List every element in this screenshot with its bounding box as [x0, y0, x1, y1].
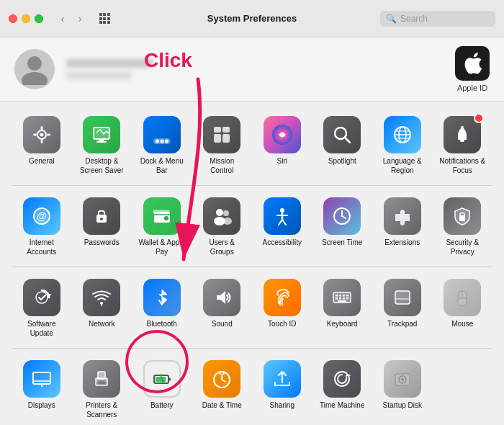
svg-rect-8 — [47, 134, 50, 136]
search-box[interactable]: 🔍 — [380, 11, 495, 27]
svg-rect-63 — [395, 291, 410, 304]
minimize-button[interactable] — [22, 14, 30, 23]
pref-item-network[interactable]: Network — [72, 273, 132, 342]
desktop-label: Desktop & Screen Saver — [77, 156, 126, 175]
pref-item-trackpad[interactable]: Trackpad — [372, 273, 433, 342]
svg-rect-29 — [460, 140, 464, 142]
avatar[interactable] — [14, 49, 55, 89]
startup-label: Startup Disk — [383, 401, 422, 410]
svg-point-34 — [100, 218, 103, 220]
language-label: Language & Region — [378, 156, 427, 175]
pref-item-battery[interactable]: Battery — [132, 354, 192, 424]
svg-rect-72 — [98, 372, 105, 379]
pref-item-keyboard[interactable]: Keyboard — [312, 273, 373, 342]
svg-rect-7 — [33, 134, 37, 136]
pref-item-datetime[interactable]: Date & Time — [192, 354, 253, 424]
pref-item-bluetooth[interactable]: Bluetooth — [132, 273, 192, 342]
pref-item-sound[interactable]: Sound — [192, 273, 253, 342]
pref-item-language[interactable]: Language & Region — [372, 110, 433, 179]
pref-item-extensions[interactable]: Extensions — [372, 192, 433, 261]
apple-id-button[interactable]: Apple ID — [455, 46, 490, 92]
startup-icon — [384, 360, 421, 398]
pref-item-software[interactable]: Software Update — [12, 273, 72, 342]
svg-rect-74 — [98, 380, 105, 384]
svg-rect-36 — [153, 210, 169, 213]
mouse-icon — [444, 279, 481, 316]
pref-item-siri[interactable]: Siri — [252, 110, 312, 179]
svg-rect-67 — [33, 372, 50, 384]
internet-label: Internet Accounts — [17, 238, 66, 256]
zoom-button[interactable] — [35, 14, 43, 23]
pref-item-security[interactable]: Security & Privacy — [433, 192, 493, 261]
grid-icon — [99, 13, 110, 24]
svg-rect-14 — [156, 140, 159, 143]
bluetooth-icon — [143, 279, 181, 316]
pref-item-mission[interactable]: Mission Control — [192, 110, 253, 179]
svg-point-4 — [40, 133, 43, 137]
pref-item-sharing[interactable]: Sharing — [252, 354, 312, 424]
pref-item-screentime[interactable]: Screen Time — [312, 192, 373, 261]
dock-icon — [143, 116, 181, 153]
forward-button[interactable]: › — [72, 11, 88, 27]
pref-item-desktop[interactable]: Desktop & Screen Saver — [72, 110, 132, 179]
pref-item-accessibility[interactable]: Accessibility — [252, 192, 312, 261]
general-label: General — [29, 156, 55, 166]
pref-item-notifications[interactable]: Notifications & Focus — [433, 110, 493, 179]
extensions-label: Extensions — [384, 238, 420, 247]
pref-item-displays[interactable]: Displays — [12, 354, 72, 424]
notification-badge — [474, 113, 484, 123]
pref-item-passwords[interactable]: Passwords — [72, 192, 132, 261]
preferences-grid: General Desktop & Screen Saver Dock & Me… — [0, 102, 504, 425]
pref-item-touchid[interactable]: Touch ID — [252, 273, 312, 342]
apple-logo-icon — [462, 52, 482, 75]
network-label: Network — [89, 319, 115, 328]
svg-text:@: @ — [37, 210, 47, 222]
pref-item-internet[interactable]: @ Internet Accounts — [12, 192, 72, 261]
pref-item-users[interactable]: Users & Groups — [192, 192, 253, 261]
mouse-label: Mouse — [451, 319, 473, 328]
apple-id-icon — [455, 46, 490, 81]
general-icon — [23, 116, 60, 153]
bluetooth-label: Bluetooth — [147, 319, 177, 328]
svg-point-37 — [164, 216, 168, 220]
svg-rect-54 — [336, 295, 338, 297]
pref-item-general[interactable]: General — [12, 110, 72, 179]
siri-label: Siri — [277, 156, 287, 166]
svg-point-41 — [223, 218, 232, 225]
svg-rect-18 — [222, 127, 230, 133]
pref-item-dock[interactable]: Dock & Menu Bar — [132, 110, 192, 179]
pref-item-timemachine[interactable]: Time Machine — [312, 354, 373, 424]
svg-rect-83 — [223, 371, 225, 375]
pref-item-startup[interactable]: Startup Disk — [372, 354, 433, 424]
sound-label: Sound — [212, 319, 233, 328]
software-icon — [23, 279, 60, 316]
pref-item-wallet[interactable]: Wallet & Apple Pay — [132, 192, 192, 261]
accessibility-icon — [264, 197, 301, 235]
printers-label: Printers & Scanners — [77, 401, 126, 419]
svg-rect-6 — [40, 140, 42, 143]
pref-item-spotlight[interactable]: Spotlight — [312, 110, 373, 179]
passwords-icon — [83, 197, 120, 235]
notifications-label: Notifications & Focus — [438, 156, 487, 175]
grid-view-button[interactable] — [96, 11, 112, 27]
touchid-icon — [264, 279, 301, 316]
svg-rect-62 — [338, 300, 346, 302]
datetime-label: Date & Time — [202, 401, 242, 410]
user-info — [66, 59, 153, 79]
user-description — [66, 72, 131, 79]
spotlight-icon — [323, 116, 361, 153]
siri-icon — [264, 116, 301, 153]
svg-rect-15 — [160, 140, 163, 143]
close-button[interactable] — [9, 14, 17, 23]
back-button[interactable]: ‹ — [55, 11, 71, 27]
svg-point-38 — [216, 209, 223, 216]
search-input[interactable] — [400, 14, 490, 24]
desktop-icon — [83, 116, 120, 153]
pref-item-mouse[interactable]: Mouse — [433, 273, 493, 342]
svg-point-1 — [22, 72, 48, 85]
displays-icon — [23, 360, 60, 398]
screentime-icon — [323, 197, 361, 235]
pref-item-printers[interactable]: Printers & Scanners — [72, 354, 132, 424]
sharing-label: Sharing — [270, 401, 294, 410]
sound-icon — [203, 279, 240, 316]
